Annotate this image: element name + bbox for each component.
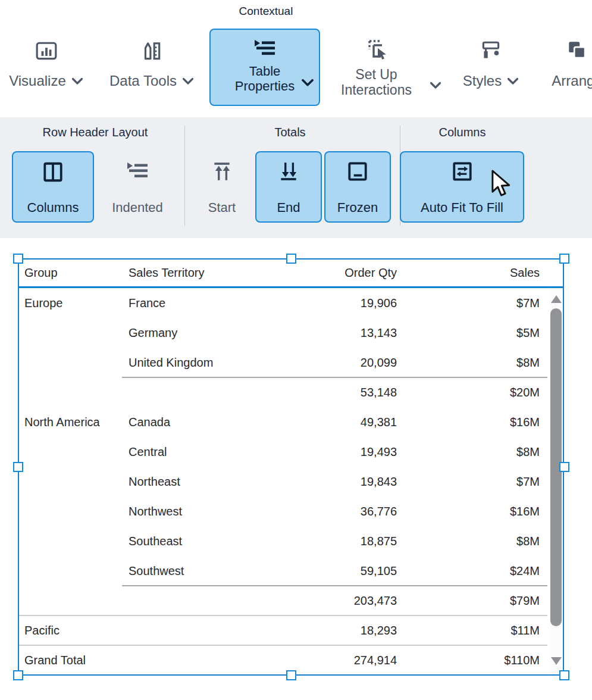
cell-territory: Southeast	[123, 535, 261, 548]
table-row[interactable]: Grand Total274,914$110M	[19, 645, 540, 674]
selection-handle-top-left[interactable]	[13, 254, 23, 264]
ribbon-item-set-up-interactions[interactable]: Set Up Interactions	[324, 38, 428, 98]
cell-order-qty: 18,875	[261, 535, 397, 548]
cell-territory: Northeast	[123, 475, 261, 489]
cell-order-qty: 203,473	[261, 594, 397, 608]
table-row[interactable]: 203,473$79M	[19, 586, 540, 615]
table-row[interactable]: 53,148$20M	[19, 377, 540, 407]
cell-territory: Canada	[123, 415, 261, 429]
cell-sales: $7M	[397, 475, 540, 489]
chevron-down-icon	[430, 82, 441, 89]
row-header-layout-indented-button[interactable]: Indented	[100, 151, 175, 223]
totals-end-icon	[277, 161, 300, 185]
ribbon-item-label: Set Up Interactions	[324, 67, 428, 98]
table-row[interactable]: Central19,493$8M	[19, 437, 540, 467]
selection-handle-bottom-right[interactable]	[559, 670, 569, 680]
cell-order-qty: 18,293	[261, 624, 397, 638]
cell-territory: France	[123, 296, 261, 310]
button-label: Indented	[112, 200, 163, 215]
cell-sales: $79M	[397, 594, 540, 608]
section-label-row-header-layout: Row Header Layout	[18, 126, 173, 139]
table-row[interactable]: Germany13,143$5M	[19, 318, 540, 348]
cell-sales: $5M	[397, 326, 540, 340]
button-label: Start	[208, 200, 236, 215]
paint-roller-icon	[479, 39, 503, 63]
cell-territory: Northwest	[123, 505, 261, 518]
cell-sales: $8M	[397, 535, 540, 548]
vertical-scrollbar[interactable]	[550, 288, 563, 674]
ribbon-item-label: Arrange	[552, 73, 592, 89]
button-label: End	[277, 200, 300, 215]
selection-handle-middle-right[interactable]	[559, 462, 569, 472]
chevron-down-icon	[301, 79, 314, 87]
data-tools-icon	[140, 39, 163, 63]
scrollbar-up-arrow-icon[interactable]	[551, 295, 562, 303]
ribbon: Visualize Data Tools Table Properties	[0, 23, 592, 113]
button-label: Frozen	[337, 200, 378, 215]
cell-group: Europe	[19, 296, 123, 310]
columns-layout-icon	[42, 161, 64, 186]
cell-group: North America	[19, 415, 123, 429]
indent-icon	[253, 38, 277, 61]
section-divider	[184, 126, 185, 226]
cell-sales: $16M	[397, 415, 540, 429]
cell-sales: $16M	[397, 505, 540, 518]
column-header-order-qty[interactable]: Order Qty	[261, 266, 397, 280]
cell-order-qty: 59,105	[261, 564, 397, 578]
totals-start-icon	[211, 161, 233, 185]
ribbon-item-table-properties[interactable]: Table Properties	[209, 29, 320, 106]
table-row[interactable]: Northwest36,776$16M	[19, 496, 540, 526]
table-row[interactable]: Northeast19,843$7M	[19, 467, 540, 496]
cell-order-qty: 13,143	[261, 326, 397, 340]
cell-territory: Germany	[123, 326, 261, 340]
cell-territory: Central	[123, 445, 261, 459]
ribbon-item-arrange[interactable]: Arrange	[538, 39, 592, 89]
contextual-label: Contextual	[209, 5, 322, 18]
cell-order-qty: 19,493	[261, 445, 397, 459]
cell-sales: $11M	[397, 624, 540, 638]
cell-sales: $7M	[397, 296, 540, 310]
ribbon-item-data-tools[interactable]: Data Tools	[98, 39, 205, 89]
section-label-columns: Columns	[400, 126, 525, 139]
column-header-sales[interactable]: Sales	[397, 266, 540, 280]
chevron-down-icon	[507, 77, 519, 85]
table-body: EuropeFrance19,906$7MGermany13,143$5MUni…	[19, 288, 563, 674]
totals-start-button[interactable]: Start	[193, 151, 250, 223]
cell-sales: $24M	[397, 564, 540, 578]
selection-handle-bottom-left[interactable]	[13, 670, 23, 680]
ribbon-item-visualize[interactable]: Visualize	[0, 39, 98, 89]
table-row[interactable]: Southwest59,105$24M	[19, 556, 540, 586]
column-header-sales-territory[interactable]: Sales Territory	[123, 266, 261, 280]
cell-order-qty: 53,148	[261, 386, 397, 399]
button-label: Auto Fit To Fill	[421, 200, 503, 215]
table-row[interactable]: EuropeFrance19,906$7M	[19, 288, 540, 318]
table-row[interactable]: North AmericaCanada49,381$16M	[19, 407, 540, 437]
column-header-group[interactable]: Group	[19, 266, 123, 280]
totals-end-button[interactable]: End	[255, 151, 322, 223]
selection-handle-top-center[interactable]	[286, 254, 296, 264]
table-header-row: Group Sales Territory Order Qty Sales	[19, 260, 563, 288]
table-row[interactable]: Southeast18,875$8M	[19, 526, 540, 556]
cell-order-qty: 19,843	[261, 475, 397, 489]
totals-frozen-button[interactable]: Frozen	[324, 151, 391, 223]
table-row[interactable]: United Kingdom20,099$8M	[19, 348, 540, 377]
cell-group: Grand Total	[19, 654, 123, 667]
cell-sales: $8M	[397, 356, 540, 370]
app-window: Contextual Visualize Data Tools	[0, 0, 592, 700]
cell-territory: United Kingdom	[123, 356, 261, 370]
table-row[interactable]: Pacific18,293$11M	[19, 615, 540, 645]
cell-order-qty: 49,381	[261, 415, 397, 429]
cell-sales: $110M	[397, 654, 540, 667]
scrollbar-down-arrow-icon[interactable]	[551, 657, 562, 665]
selection-handle-middle-left[interactable]	[13, 462, 23, 472]
frozen-icon	[346, 161, 369, 185]
sales-table[interactable]: Group Sales Territory Order Qty Sales Eu…	[19, 260, 563, 674]
selection-handle-top-right[interactable]	[559, 254, 569, 264]
section-label-totals: Totals	[226, 126, 354, 139]
row-header-layout-columns-button[interactable]: Columns	[12, 151, 94, 223]
ribbon-item-label: Data Tools	[109, 73, 177, 89]
cell-sales: $20M	[397, 386, 540, 399]
ribbon-item-styles[interactable]: Styles	[452, 39, 530, 89]
selection-handle-bottom-center[interactable]	[286, 670, 296, 680]
cell-group: Pacific	[19, 624, 123, 638]
